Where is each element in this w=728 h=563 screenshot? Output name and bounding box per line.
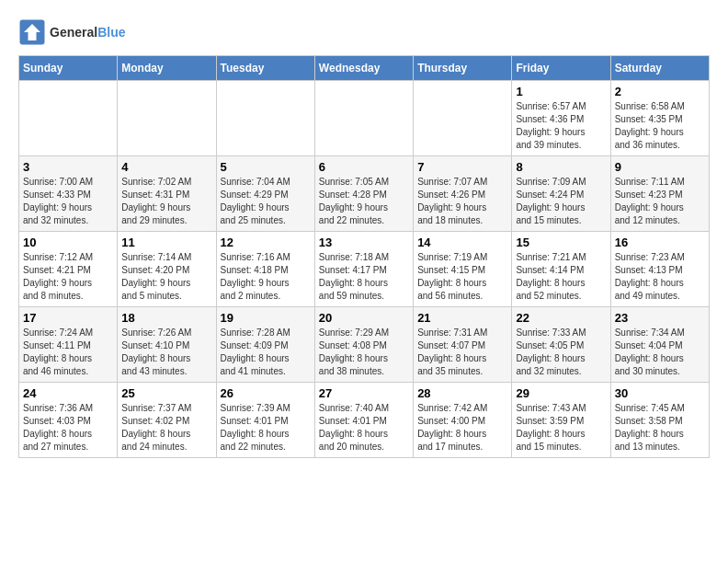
calendar-cell: 19Sunrise: 7:28 AM Sunset: 4:09 PM Dayli… xyxy=(216,307,314,383)
day-number: 5 xyxy=(221,160,311,174)
calendar-cell: 26Sunrise: 7:39 AM Sunset: 4:01 PM Dayli… xyxy=(216,383,314,458)
weekday-header-sunday: Sunday xyxy=(19,56,118,81)
calendar-cell: 20Sunrise: 7:29 AM Sunset: 4:08 PM Dayli… xyxy=(314,307,413,383)
calendar-cell: 9Sunrise: 7:11 AM Sunset: 4:23 PM Daylig… xyxy=(610,156,709,232)
weekday-header-wednesday: Wednesday xyxy=(314,56,413,81)
day-info: Sunrise: 7:39 AM Sunset: 4:01 PM Dayligh… xyxy=(221,402,311,454)
day-info: Sunrise: 7:02 AM Sunset: 4:31 PM Dayligh… xyxy=(121,176,211,227)
calendar-cell: 30Sunrise: 7:45 AM Sunset: 3:58 PM Dayli… xyxy=(610,383,709,458)
day-number: 15 xyxy=(516,236,606,249)
day-info: Sunrise: 7:29 AM Sunset: 4:08 PM Dayligh… xyxy=(319,327,409,378)
calendar-cell: 22Sunrise: 7:33 AM Sunset: 4:05 PM Dayli… xyxy=(512,307,610,383)
calendar-table: SundayMondayTuesdayWednesdayThursdayFrid… xyxy=(18,55,710,458)
logo-text: GeneralBlue xyxy=(50,25,125,40)
day-number: 4 xyxy=(121,160,211,174)
weekday-header-monday: Monday xyxy=(118,56,216,81)
day-number: 12 xyxy=(221,236,311,249)
calendar-cell: 27Sunrise: 7:40 AM Sunset: 4:01 PM Dayli… xyxy=(314,383,413,458)
weekday-header-thursday: Thursday xyxy=(414,56,512,81)
calendar-cell: 4Sunrise: 7:02 AM Sunset: 4:31 PM Daylig… xyxy=(118,156,216,232)
day-info: Sunrise: 7:34 AM Sunset: 4:04 PM Dayligh… xyxy=(615,327,705,378)
day-info: Sunrise: 7:23 AM Sunset: 4:13 PM Dayligh… xyxy=(615,251,705,303)
day-number: 19 xyxy=(221,311,311,325)
day-info: Sunrise: 7:12 AM Sunset: 4:21 PM Dayligh… xyxy=(23,251,113,303)
day-info: Sunrise: 7:28 AM Sunset: 4:09 PM Dayligh… xyxy=(221,327,311,378)
day-info: Sunrise: 7:31 AM Sunset: 4:07 PM Dayligh… xyxy=(417,327,507,378)
day-info: Sunrise: 7:05 AM Sunset: 4:28 PM Dayligh… xyxy=(319,176,409,227)
calendar-cell: 21Sunrise: 7:31 AM Sunset: 4:07 PM Dayli… xyxy=(414,307,512,383)
weekday-header-friday: Friday xyxy=(512,56,610,81)
day-info: Sunrise: 6:57 AM Sunset: 4:36 PM Dayligh… xyxy=(516,100,606,152)
day-info: Sunrise: 7:33 AM Sunset: 4:05 PM Dayligh… xyxy=(516,327,606,378)
day-info: Sunrise: 7:21 AM Sunset: 4:14 PM Dayligh… xyxy=(516,251,606,303)
day-number: 20 xyxy=(319,311,409,325)
day-info: Sunrise: 7:04 AM Sunset: 4:29 PM Dayligh… xyxy=(221,176,311,227)
day-info: Sunrise: 7:14 AM Sunset: 4:20 PM Dayligh… xyxy=(121,251,211,303)
day-info: Sunrise: 7:26 AM Sunset: 4:10 PM Dayligh… xyxy=(121,327,211,378)
day-number: 14 xyxy=(417,236,507,249)
day-info: Sunrise: 6:58 AM Sunset: 4:35 PM Dayligh… xyxy=(615,100,705,152)
day-number: 1 xyxy=(516,85,606,98)
day-number: 22 xyxy=(516,311,606,325)
day-info: Sunrise: 7:18 AM Sunset: 4:17 PM Dayligh… xyxy=(319,251,409,303)
calendar-cell: 18Sunrise: 7:26 AM Sunset: 4:10 PM Dayli… xyxy=(118,307,216,383)
calendar-cell: 1Sunrise: 6:57 AM Sunset: 4:36 PM Daylig… xyxy=(512,81,610,156)
day-number: 28 xyxy=(417,386,507,400)
calendar-cell xyxy=(118,81,216,156)
logo-icon xyxy=(18,18,46,46)
day-number: 13 xyxy=(319,236,409,249)
weekday-header-tuesday: Tuesday xyxy=(216,56,314,81)
calendar-cell: 13Sunrise: 7:18 AM Sunset: 4:17 PM Dayli… xyxy=(314,232,413,307)
calendar-cell: 5Sunrise: 7:04 AM Sunset: 4:29 PM Daylig… xyxy=(216,156,314,232)
calendar-cell: 6Sunrise: 7:05 AM Sunset: 4:28 PM Daylig… xyxy=(314,156,413,232)
calendar-cell: 29Sunrise: 7:43 AM Sunset: 3:59 PM Dayli… xyxy=(512,383,610,458)
logo: GeneralBlue xyxy=(18,18,125,46)
day-info: Sunrise: 7:36 AM Sunset: 4:03 PM Dayligh… xyxy=(23,402,113,454)
calendar-cell: 24Sunrise: 7:36 AM Sunset: 4:03 PM Dayli… xyxy=(19,383,118,458)
calendar-cell: 23Sunrise: 7:34 AM Sunset: 4:04 PM Dayli… xyxy=(610,307,709,383)
calendar-cell xyxy=(314,81,413,156)
day-info: Sunrise: 7:11 AM Sunset: 4:23 PM Dayligh… xyxy=(615,176,705,227)
day-number: 24 xyxy=(23,386,113,400)
day-number: 7 xyxy=(417,160,507,174)
calendar-cell: 17Sunrise: 7:24 AM Sunset: 4:11 PM Dayli… xyxy=(19,307,118,383)
calendar-cell xyxy=(414,81,512,156)
day-info: Sunrise: 7:16 AM Sunset: 4:18 PM Dayligh… xyxy=(221,251,311,303)
day-number: 3 xyxy=(23,160,113,174)
day-number: 29 xyxy=(516,386,606,400)
day-number: 30 xyxy=(615,386,705,400)
weekday-header-saturday: Saturday xyxy=(610,56,709,81)
day-number: 18 xyxy=(121,311,211,325)
calendar-cell: 28Sunrise: 7:42 AM Sunset: 4:00 PM Dayli… xyxy=(414,383,512,458)
calendar-cell: 12Sunrise: 7:16 AM Sunset: 4:18 PM Dayli… xyxy=(216,232,314,307)
day-number: 6 xyxy=(319,160,409,174)
day-number: 8 xyxy=(516,160,606,174)
calendar-cell: 14Sunrise: 7:19 AM Sunset: 4:15 PM Dayli… xyxy=(414,232,512,307)
calendar-cell: 8Sunrise: 7:09 AM Sunset: 4:24 PM Daylig… xyxy=(512,156,610,232)
calendar-cell: 2Sunrise: 6:58 AM Sunset: 4:35 PM Daylig… xyxy=(610,81,709,156)
day-number: 26 xyxy=(221,386,311,400)
day-info: Sunrise: 7:45 AM Sunset: 3:58 PM Dayligh… xyxy=(615,402,705,454)
day-number: 27 xyxy=(319,386,409,400)
day-info: Sunrise: 7:37 AM Sunset: 4:02 PM Dayligh… xyxy=(121,402,211,454)
day-number: 17 xyxy=(23,311,113,325)
day-number: 10 xyxy=(23,236,113,249)
day-number: 21 xyxy=(417,311,507,325)
day-info: Sunrise: 7:19 AM Sunset: 4:15 PM Dayligh… xyxy=(417,251,507,303)
calendar-cell: 10Sunrise: 7:12 AM Sunset: 4:21 PM Dayli… xyxy=(19,232,118,307)
day-number: 11 xyxy=(121,236,211,249)
calendar-cell: 25Sunrise: 7:37 AM Sunset: 4:02 PM Dayli… xyxy=(118,383,216,458)
day-info: Sunrise: 7:24 AM Sunset: 4:11 PM Dayligh… xyxy=(23,327,113,378)
calendar-cell: 3Sunrise: 7:00 AM Sunset: 4:33 PM Daylig… xyxy=(19,156,118,232)
page-header: GeneralBlue xyxy=(18,18,710,46)
day-number: 16 xyxy=(615,236,705,249)
day-number: 2 xyxy=(615,85,705,98)
day-info: Sunrise: 7:07 AM Sunset: 4:26 PM Dayligh… xyxy=(417,176,507,227)
day-number: 9 xyxy=(615,160,705,174)
calendar-cell xyxy=(216,81,314,156)
day-info: Sunrise: 7:43 AM Sunset: 3:59 PM Dayligh… xyxy=(516,402,606,454)
calendar-cell: 7Sunrise: 7:07 AM Sunset: 4:26 PM Daylig… xyxy=(414,156,512,232)
day-info: Sunrise: 7:09 AM Sunset: 4:24 PM Dayligh… xyxy=(516,176,606,227)
calendar-cell: 11Sunrise: 7:14 AM Sunset: 4:20 PM Dayli… xyxy=(118,232,216,307)
day-number: 23 xyxy=(615,311,705,325)
